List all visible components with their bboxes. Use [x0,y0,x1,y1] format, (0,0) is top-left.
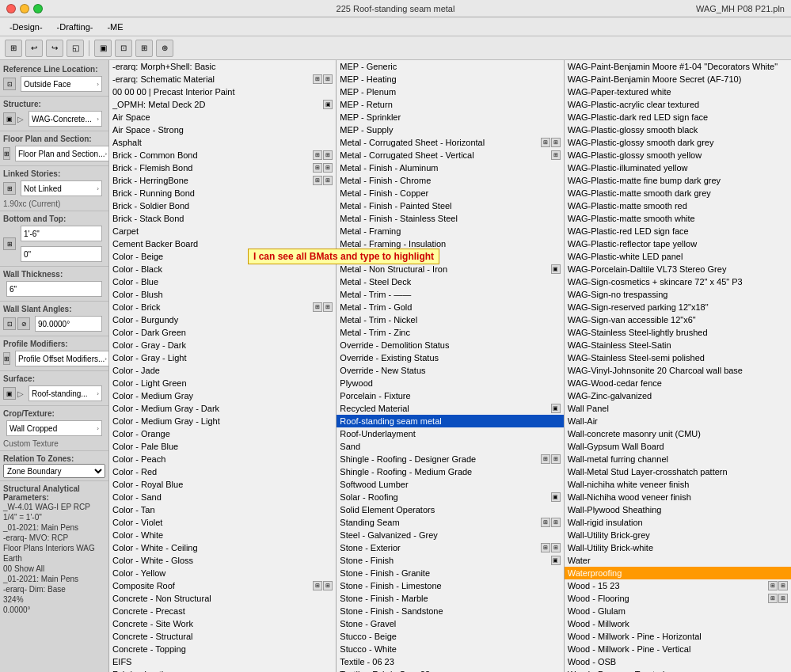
list-item[interactable]: -erarq: Schematic Material⊞⊞ [109,73,336,85]
linked-stories-select[interactable]: Not Linked › [21,180,102,196]
list-item[interactable]: MEP - Return [337,98,563,111]
list-item[interactable]: _OPMH: Metal Deck 2D▣ [109,98,336,111]
list-item[interactable]: Stone - Finish - Marble [337,592,563,605]
list-item[interactable]: Wall-Gypsum Wall Board [565,440,791,453]
close-button[interactable] [6,4,16,13]
list-item[interactable]: Wood - Pressure Treated [565,668,791,672]
profile-icon[interactable]: ⊞ [3,352,10,365]
list-item[interactable]: WAG-Plastic-matte smooth dark grey [565,187,791,199]
list-item[interactable]: Textile - 06 23 [337,655,563,668]
toolbar-btn-3[interactable]: ↪ [46,40,63,57]
list-item[interactable]: Concrete - Precast [109,605,336,617]
list-item[interactable]: Roof-standing seam metal [337,415,563,427]
list-item[interactable]: Wood - OSB [565,655,791,668]
list-item[interactable]: Wall-Plywood Sheathing [565,503,791,516]
list-item[interactable]: Color - Blue [109,275,336,288]
list-item[interactable]: MEP - Supply [337,123,563,136]
toolbar-btn-7[interactable]: ⊞ [135,40,153,57]
toolbar-btn-5[interactable]: ▣ [94,40,112,57]
list-item[interactable]: WAG-Plastic-matte smooth white [565,212,791,225]
toolbar-btn-6[interactable]: ⊡ [115,40,132,57]
structure-select[interactable]: WAG-Concrete... › [29,111,102,127]
list-item[interactable]: Color - Orange [109,427,336,440]
list-item[interactable]: Stone - Finish▣ [337,554,563,567]
bottom-top-icon[interactable]: ⊞ [3,237,16,250]
list-item[interactable]: Carpet [109,225,336,237]
list-item[interactable]: WAG-Plastic-dark red LED sign face [565,111,791,123]
menu-design[interactable]: -Design- [3,21,49,33]
list-item[interactable]: Metal - Non Structural - Iron▣ [337,263,563,275]
list-item[interactable]: Plywood [337,377,563,389]
list-item[interactable]: Color - Gray - Light [109,351,336,364]
list-item[interactable]: WAG-Vinyl-Johnsonite 20 Charcoal wall ba… [565,364,791,377]
list-item[interactable]: WAG-Stainless Steel-Satin [565,339,791,351]
list-item[interactable]: Color - Black [109,263,336,275]
list-item[interactable]: WAG-Paint-Benjamin Moore Secret (AF-710) [565,73,791,85]
list-item[interactable]: WAG-Zinc-galvanized [565,389,791,402]
top-value[interactable]: 0" [21,246,102,262]
list-item[interactable]: WAG-Paint-Benjamin Moore #1-04 "Decorato… [565,60,791,73]
surface-icon[interactable]: ▣ [3,387,16,400]
list-item[interactable]: Composite Roof⊞⊞ [109,579,336,592]
list-item[interactable]: Metal - Framing [337,225,563,237]
list-item[interactable]: Wall Panel [565,402,791,415]
list-item[interactable]: Color - Medium Gray - Dark [109,402,336,415]
list-item[interactable]: Brick - Stack Bond [109,212,336,225]
list-item[interactable]: Softwood Lumber [337,478,563,491]
list-item[interactable]: Brick - Common Bond⊞⊞ [109,149,336,161]
list-item[interactable]: Metal - Corrugated Sheet - Vertical⊞ [337,149,563,161]
maximize-button[interactable] [33,4,43,13]
list-item[interactable]: Metal - Framing - Insulation [337,237,563,250]
list-item[interactable]: WAG-Plastic-glossy smooth yellow [565,149,791,161]
list-item[interactable]: Color - White [109,529,336,541]
list-item[interactable]: Color - Violet [109,516,336,529]
list-item[interactable]: WAG-Plastic-matte smooth red [565,199,791,212]
list-item[interactable]: Shingle - Roofing - Medium Grade [337,465,563,478]
toolbar-btn-4[interactable]: ◱ [67,40,84,57]
list-item[interactable]: WAG-Stainless Steel-semi polished [565,351,791,364]
list-item[interactable]: Wall-concrete masonry unit (CMU) [565,427,791,440]
list-item[interactable]: Solar - Roofing▣ [337,491,563,503]
list-item[interactable]: Metal - Finish - Painted Steel [337,199,563,212]
list-item[interactable]: Metal - Finish - Copper [337,187,563,199]
slant-icon-1[interactable]: ⊡ [3,317,16,330]
list-item[interactable]: Concrete - Topping [109,643,336,655]
list-item[interactable]: Color - Gray - Dark [109,339,336,351]
list-item[interactable]: Porcelain - Fixture [337,389,563,402]
list-item[interactable]: Color - Jade [109,364,336,377]
list-item[interactable]: WAG-Plastic-reflector tape yellow [565,237,791,250]
list-item[interactable]: Wood - Glulam [565,605,791,617]
list-item[interactable]: WAG-Sign-no trespassing [565,288,791,301]
menu-drafting[interactable]: -Drafting- [51,21,100,33]
list-item[interactable]: Color - Brick⊞⊞ [109,301,336,313]
list-item[interactable]: Color - Pale Blue [109,440,336,453]
window-controls[interactable] [6,4,43,13]
list-item[interactable]: Override - Demolition Status [337,339,563,351]
list-item[interactable]: WAG-Porcelain-Daltile VL73 Stereo Grey [565,263,791,275]
list-item[interactable]: Asphalt [109,136,336,149]
list-item[interactable]: Wall-Utility Brick-white [565,541,791,554]
list-item[interactable]: MEP - Plenum [337,85,563,98]
minimize-button[interactable] [20,4,29,13]
list-item[interactable]: Wall-Air [565,415,791,427]
floor-plan-icon[interactable]: ⊞ [3,147,10,160]
list-item[interactable]: Stone - Gravel [337,617,563,630]
list-item[interactable]: Concrete - Structural [109,630,336,643]
list-item[interactable]: Textile - Fabric Gray 23 [337,668,563,672]
list-item[interactable]: Brick - Flemish Bond⊞⊞ [109,161,336,174]
list-item[interactable]: Stone - Finish - Granite [337,567,563,579]
list-item[interactable]: Metal - Non Structural [337,250,563,263]
structure-icon[interactable]: ▣ [3,112,16,125]
list-item[interactable]: Color - White - Gloss [109,554,336,567]
list-item[interactable]: WAG-Sign-van accessible 12"x6" [565,313,791,326]
list-item[interactable]: EIFS [109,655,336,668]
list-item[interactable]: MEP - Generic [337,60,563,73]
list-item[interactable]: Color - Peach [109,453,336,465]
list-item[interactable]: Metal - Finish - Aluminum [337,161,563,174]
crop-texture-select[interactable]: Wall Cropped › [6,420,102,436]
list-item[interactable]: Brick - Soldier Bond [109,199,336,212]
wall-thickness-input[interactable]: 6" [6,281,102,297]
list-item[interactable]: Wall-Nichiha wood veneer finish [565,491,791,503]
list-item[interactable]: Override - New Status [337,364,563,377]
list-item[interactable]: Color - Royal Blue [109,478,336,491]
